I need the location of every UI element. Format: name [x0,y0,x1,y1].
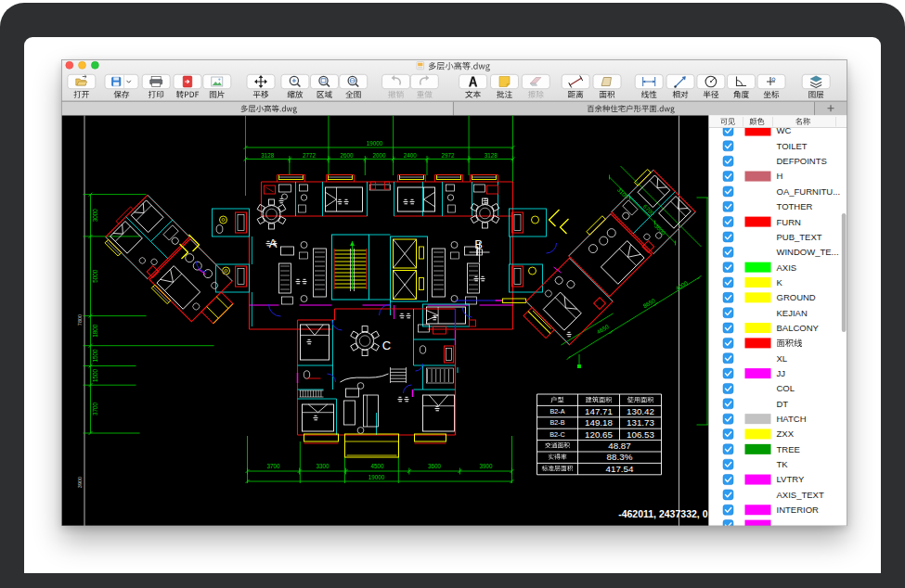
svg-text:130.42: 130.42 [627,406,654,416]
svg-text:3128: 3128 [261,152,275,159]
svg-text:3700: 3700 [266,463,280,469]
svg-text:AXIS: AXIS [776,262,796,273]
svg-text:TREE: TREE [776,444,799,454]
svg-text:JJ: JJ [776,368,785,378]
svg-text:B2-C: B2-C [549,430,564,439]
svg-text:DEFPOINTS: DEFPOINTS [776,156,826,166]
svg-text:1500: 1500 [92,349,98,363]
svg-text:48.87: 48.87 [608,441,631,451]
svg-text:2600: 2600 [340,152,354,159]
svg-text:3900: 3900 [479,463,493,469]
svg-text:3700: 3700 [92,403,98,416]
svg-text:XL: XL [776,353,787,364]
svg-text:3128: 3128 [484,152,498,159]
svg-text:LVTRY: LVTRY [776,474,804,484]
svg-text:131.73: 131.73 [627,417,655,428]
svg-text:TOILET: TOILET [776,141,807,151]
svg-text:K: K [776,277,782,288]
svg-text:2400: 2400 [403,152,417,159]
svg-text:HATCH: HATCH [776,414,806,424]
svg-text:19000: 19000 [366,140,382,147]
svg-text:149.18: 149.18 [585,417,614,428]
svg-text:2772: 2772 [302,152,316,159]
svg-text:19000: 19000 [368,474,384,480]
svg-text:5000: 5000 [92,269,98,283]
svg-text:AXIS_TEXT: AXIS_TEXT [776,490,823,500]
svg-text:2000: 2000 [372,152,386,159]
svg-text:H: H [776,171,782,181]
svg-text:120.65: 120.65 [585,429,614,440]
svg-text:B2-B: B2-B [549,418,564,427]
svg-text:4500: 4500 [370,463,384,469]
svg-text:TOTHER: TOTHER [776,201,812,211]
svg-text:88.3%: 88.3% [606,452,632,462]
svg-text:3600: 3600 [428,463,442,469]
svg-text:OA_FURNITU...: OA_FURNITU... [776,186,840,197]
svg-text:DT: DT [776,399,788,409]
svg-text:2972: 2972 [441,152,455,159]
svg-text:147.71: 147.71 [585,406,613,416]
svg-text:COL: COL [776,383,795,393]
svg-text:PUB_TEXT: PUB_TEXT [776,232,821,242]
svg-text:106.53: 106.53 [627,429,655,440]
svg-text:C: C [381,339,390,352]
svg-text:INTERIOR: INTERIOR [776,505,819,515]
svg-text:417.54: 417.54 [605,464,634,474]
svg-text:TK: TK [776,459,788,469]
svg-text:WINDOW_TE...: WINDOW_TE... [776,247,838,257]
svg-text:FURN: FURN [776,217,801,227]
svg-text:GROUND: GROUND [776,292,815,302]
svg-text:BALCONY: BALCONY [776,323,819,333]
svg-text:B2-A: B2-A [549,407,564,415]
svg-text:1500: 1500 [92,368,98,382]
svg-text:3900: 3900 [77,477,83,488]
svg-text:3000: 3000 [92,209,98,223]
svg-text:1800: 1800 [92,324,98,338]
svg-text:7800: 7800 [77,314,83,326]
svg-text:KEJIAN: KEJIAN [776,308,807,318]
svg-text:-462011, 2437332, 0: -462011, 2437332, 0 [618,508,708,519]
svg-text:ZXX: ZXX [776,428,794,439]
svg-text:3300: 3300 [316,463,330,469]
